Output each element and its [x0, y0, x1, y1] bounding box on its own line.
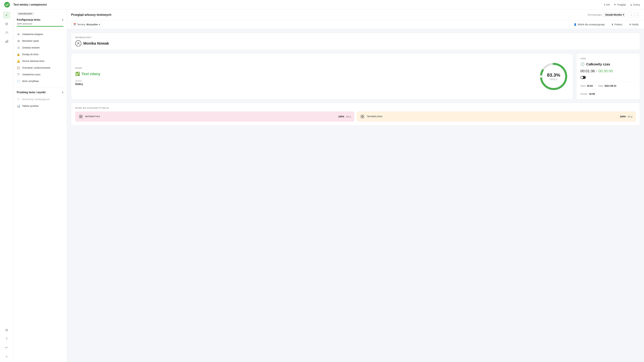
header-actions: ℹ Info 👁 Podgląd 🖨 Drukuj [604, 3, 640, 6]
solver-info-box: ROZWIĄZUJĄCY Monika Nowak [71, 33, 640, 50]
category-icon-matematyka [78, 114, 84, 119]
content-toolbar: 📅 Terminy Wszystkie ▾ 👤 Widok dla rozwią… [67, 20, 644, 29]
results-row: WYNIK ✅ Test zdany Ocena Dobry [71, 53, 640, 100]
circle-chart-center: 83.3% 10/12 p. [547, 72, 560, 80]
menu-item-ocenianie[interactable]: 📋 Ocenianie i podsumowanie [14, 64, 67, 71]
wynik-left: WYNIK ✅ Test zdany Ocena Dobry [75, 67, 534, 86]
svg-rect-4 [8, 40, 8, 42]
section1-chevron[interactable]: ∧ [62, 18, 64, 21]
sidebar-icon-expand[interactable]: » [3, 352, 10, 360]
terminy-chevron-icon: ▾ [99, 23, 100, 26]
svg-point-8 [540, 75, 542, 78]
czas-time-total: 00:30:00 [598, 69, 613, 73]
podglad-button[interactable]: 👁 Podgląd [614, 3, 626, 6]
toggle-knob [581, 76, 583, 79]
page-title: Test wiedzy i umiejętności [14, 3, 604, 6]
ocena-value: Dobry [75, 83, 534, 86]
download-icon: ⬇ [612, 23, 614, 26]
section1-menu: ⚙ Ustawienia wstępne ⊞ Menedżer pytań ⊡ … [14, 30, 67, 86]
status-badge: ZAKOŃCZONY [17, 12, 34, 16]
solver-avatar [75, 40, 81, 46]
start-meta: Start 16:03 [580, 84, 593, 87]
menu-item-wzor[interactable]: 📄 Wzór certyfikatu [14, 78, 67, 84]
dropdown-chevron-icon: ▾ [623, 14, 624, 16]
bell-icon: 🔔 [17, 59, 20, 63]
drukuj-button[interactable]: 🖨 Drukuj [630, 3, 640, 6]
section2-title: Przebieg testu i wyniki ∧ [17, 91, 64, 94]
solver-label: Rozwiązujący [588, 14, 602, 16]
svg-rect-3 [6, 40, 7, 42]
czas-title: 🕐 Całkowity czas [580, 62, 636, 66]
nav-arrows: ‹ › [628, 12, 640, 18]
sidebar: ✓ ⊞ ⚙ ? ↩ » [0, 10, 14, 362]
menu-item-monitoring[interactable]: ⏱ Monitoring rozwiązujących [14, 96, 67, 102]
sets-icon: ⊡ [17, 46, 20, 49]
solver-info-label: ROZWIĄZUJĄCY [75, 36, 636, 38]
menu-item-ustawienia[interactable]: ⚙ Ustawienia wstępne [14, 31, 67, 38]
svg-rect-11 [79, 117, 81, 118]
info-icon: ℹ [604, 3, 605, 6]
category-name-matematyka: MATEMATYKA [85, 115, 336, 118]
czas-label: CZAS [580, 58, 636, 60]
section2-menu: ⏱ Monitoring rozwiązujących 📊 Tabela wyn… [14, 94, 67, 111]
wynik-passed: ✅ Test zdany [75, 72, 534, 76]
czas-times: 00:01:36 / 00:30:00 [580, 69, 636, 73]
ocena-label: Ocena [75, 80, 534, 82]
manager-icon: ⊞ [17, 39, 20, 42]
wyslij-button[interactable]: ✉ Wyślij [628, 22, 640, 27]
menu-item-dostep[interactable]: 🔒 Dostęp do testu [14, 51, 67, 58]
toggle-switch[interactable] [580, 76, 586, 79]
pobierz-button[interactable]: ⬇ Pobierz [610, 22, 624, 27]
svg-rect-14 [362, 115, 364, 116]
circle-points: 10/12 p. [550, 78, 558, 80]
widok-button[interactable]: 👤 Widok dla rozwiązującego [572, 22, 606, 27]
menu-item-strona[interactable]: 🔔 Strona startowa testu [14, 58, 67, 64]
category-pts-technologia: 3/3 p. [628, 115, 633, 118]
svg-point-0 [4, 2, 10, 8]
svg-rect-9 [79, 115, 81, 116]
svg-point-1 [6, 31, 8, 33]
settings-icon: ⚙ [17, 32, 20, 36]
svg-rect-16 [362, 117, 364, 118]
monitor-icon: ⏱ [17, 98, 20, 101]
prev-button[interactable]: ‹ [628, 12, 634, 18]
sidebar-icon-chart[interactable] [3, 38, 10, 45]
sidebar-icon-settings[interactable]: ⚙ [3, 326, 10, 334]
menu-item-tabela[interactable]: 📊 Tabela wyników [14, 102, 67, 109]
section2-chevron[interactable]: ∧ [62, 91, 64, 94]
svg-point-5 [78, 42, 79, 44]
widok-icon: 👤 [574, 23, 576, 26]
check-circle-icon: ✅ [75, 72, 80, 76]
category-technologia: TECHNOLOGIA 100% 3/3 p. [357, 112, 636, 122]
info-button[interactable]: ℹ Info [604, 3, 610, 6]
eye-icon: 👁 [614, 3, 616, 6]
czas-time-main: 00:01:36 / 00:30:00 [580, 69, 636, 73]
content-title: Przegląd arkuszy testowych [71, 13, 111, 16]
solver-dropdown[interactable]: Nowak Monika ▾ [604, 12, 626, 17]
next-button[interactable]: › [634, 12, 640, 18]
category-matematyka: MATEMATYKA 100% 2/2 p. [75, 112, 354, 122]
terminy-dropdown[interactable]: 📅 Terminy Wszystkie ▾ [71, 22, 102, 27]
czas-meta: Start 16:03 Data 2021-08-31 Koniec 16:05 [580, 84, 636, 95]
sidebar-icon-grid[interactable]: ⊞ [3, 20, 10, 28]
table-icon: 📊 [17, 104, 20, 108]
svg-rect-12 [81, 117, 82, 118]
czas-toggle [580, 76, 636, 79]
sidebar-icon-back[interactable]: ↩ [3, 344, 10, 351]
category-pct-technologia: 100% [620, 115, 626, 118]
wynik-card: WYNIK ✅ Test zdany Ocena Dobry [71, 53, 573, 100]
category-pts-matematyka: 2/2 p. [346, 115, 351, 118]
menu-item-czas[interactable]: ⏱ Ustawienia czasu [14, 71, 67, 78]
menu-item-zestawy[interactable]: ⊡ Zestawy testowe [14, 44, 67, 51]
lock-icon: 🔒 [17, 53, 20, 56]
main-content: Przegląd arkuszy testowych Rozwiązujący … [67, 10, 644, 362]
sidebar-icon-check[interactable]: ✓ [3, 12, 10, 19]
czas-card: CZAS 🕐 Całkowity czas 00:01:36 / 00:30:0… [576, 53, 640, 100]
sidebar-icon-question[interactable]: ? [3, 335, 10, 342]
content-header: Przegląd arkuszy testowych Rozwiązujący … [67, 10, 644, 20]
sidebar-icon-users[interactable] [3, 29, 10, 36]
menu-item-menedzer[interactable]: ⊞ Menedżer pytań [14, 38, 67, 44]
solver-selector: Rozwiązujący Nowak Monika ▾ [588, 12, 626, 17]
section2-header: Przebieg testu i wyniki ∧ [14, 89, 67, 94]
data-meta: Data 2021-08-31 [598, 84, 616, 87]
